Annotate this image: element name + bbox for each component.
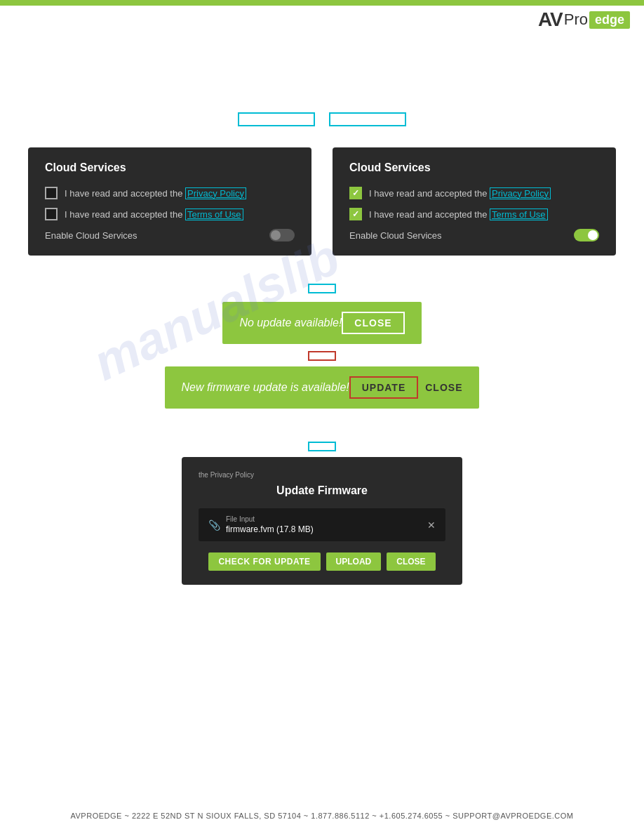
cloud-panel-left: Cloud Services I have read and accepted … bbox=[28, 147, 311, 256]
top-button-2[interactable] bbox=[329, 112, 406, 126]
file-input-left: 📎 File Input firmware.fvm (17.8 MB) bbox=[208, 515, 314, 534]
cloud-right-label-2: I have read and accepted the Terms of Us… bbox=[369, 209, 548, 220]
cloud-right-item-1: ✓ I have read and accepted the Privacy P… bbox=[349, 187, 599, 199]
paperclip-icon: 📎 bbox=[208, 519, 220, 531]
logo: AV Pro edge bbox=[538, 8, 630, 31]
file-input-label: File Input bbox=[226, 515, 314, 523]
new-update-buttons: UPDATE CLOSE bbox=[349, 376, 463, 399]
no-update-message: No update available! bbox=[239, 317, 342, 329]
checkbox-terms-left[interactable] bbox=[45, 208, 58, 220]
cloud-services-row: Cloud Services I have read and accepted … bbox=[28, 147, 616, 256]
modal-close-button[interactable]: CLOSE bbox=[387, 552, 435, 571]
cloud-left-item-2: I have read and accepted the Terms of Us… bbox=[45, 208, 295, 220]
new-update-message: New firmware update is available! bbox=[182, 381, 349, 394]
checkbox-privacy-left[interactable] bbox=[45, 187, 58, 199]
cloud-right-label-1: I have read and accepted the Privacy Pol… bbox=[369, 188, 551, 199]
modal-title: Update Firmware bbox=[199, 484, 445, 497]
footer: AVPROEDGE ~ 2222 E 52ND ST N SIOUX FALLS… bbox=[0, 812, 644, 820]
file-input-value: firmware.fvm (17.8 MB) bbox=[226, 524, 314, 534]
red-button-row bbox=[308, 351, 336, 361]
logo-edge-text: edge bbox=[589, 11, 630, 29]
new-update-notification: New firmware update is available! UPDATE… bbox=[165, 366, 480, 409]
file-clear-icon[interactable]: ✕ bbox=[427, 519, 436, 531]
upload-button[interactable]: UPLOAD bbox=[326, 552, 382, 571]
cloud-panel-right: Cloud Services ✓ I have read and accepte… bbox=[333, 147, 616, 256]
update-section: No update available! CLOSE New firmware … bbox=[28, 284, 616, 585]
check-update-button-row bbox=[308, 284, 336, 293]
new-update-close-button[interactable]: CLOSE bbox=[425, 382, 462, 393]
logo-pro-text: Pro bbox=[564, 11, 588, 29]
terms-of-use-link-left[interactable]: Terms of Use bbox=[185, 208, 243, 220]
top-button-row bbox=[28, 112, 616, 126]
cloud-right-item-2: ✓ I have read and accepted the Terms of … bbox=[349, 208, 599, 220]
header-bar bbox=[0, 0, 644, 6]
update-button[interactable]: UPDATE bbox=[349, 376, 419, 399]
privacy-policy-link-right[interactable]: Privacy Policy bbox=[490, 187, 551, 199]
enable-cloud-label-left: Enable Cloud Services bbox=[45, 230, 137, 241]
modal-top-button-row bbox=[308, 437, 336, 451]
firmware-modal: the Privacy Policy Update Firmware 📎 Fil… bbox=[182, 457, 462, 585]
checkbox-privacy-right[interactable]: ✓ bbox=[349, 187, 362, 199]
no-update-close-button[interactable]: CLOSE bbox=[342, 312, 404, 334]
enable-cloud-toggle-right[interactable] bbox=[574, 229, 599, 241]
red-outline-btn[interactable] bbox=[308, 351, 336, 361]
bottom-section: the Privacy Policy Update Firmware 📎 Fil… bbox=[182, 437, 462, 585]
enable-cloud-toggle-left[interactable] bbox=[269, 229, 295, 241]
logo-av-text: AV bbox=[538, 8, 563, 31]
cloud-left-enable-row: Enable Cloud Services bbox=[45, 229, 295, 241]
file-input-area: 📎 File Input firmware.fvm (17.8 MB) ✕ bbox=[199, 508, 445, 541]
top-button-1[interactable] bbox=[238, 112, 315, 126]
cloud-right-enable-row: Enable Cloud Services bbox=[349, 229, 599, 241]
cloud-left-label-2: I have read and accepted the Terms of Us… bbox=[65, 209, 243, 220]
footer-text: AVPROEDGE ~ 2222 E 52ND ST N SIOUX FALLS… bbox=[71, 812, 574, 820]
privacy-policy-link-left[interactable]: Privacy Policy bbox=[185, 187, 246, 199]
checkbox-terms-right[interactable]: ✓ bbox=[349, 208, 362, 220]
check-for-update-button[interactable]: CHECK FOR UPDATE bbox=[208, 552, 320, 571]
modal-buttons: CHECK FOR UPDATE UPLOAD CLOSE bbox=[199, 552, 445, 571]
no-update-notification: No update available! CLOSE bbox=[222, 302, 421, 344]
main-content: Cloud Services I have read and accepted … bbox=[0, 56, 644, 585]
enable-cloud-label-right: Enable Cloud Services bbox=[349, 230, 442, 241]
modal-top-btn[interactable] bbox=[308, 442, 336, 451]
file-info: File Input firmware.fvm (17.8 MB) bbox=[226, 515, 314, 534]
cloud-panel-left-title: Cloud Services bbox=[45, 161, 295, 174]
cloud-left-label-1: I have read and accepted the Privacy Pol… bbox=[65, 188, 246, 199]
check-update-btn-top[interactable] bbox=[308, 284, 336, 293]
terms-of-use-link-right[interactable]: Terms of Use bbox=[490, 208, 548, 220]
cloud-panel-right-title: Cloud Services bbox=[349, 161, 599, 174]
cloud-left-item-1: I have read and accepted the Privacy Pol… bbox=[45, 187, 295, 199]
modal-privacy-text: the Privacy Policy bbox=[199, 471, 445, 479]
